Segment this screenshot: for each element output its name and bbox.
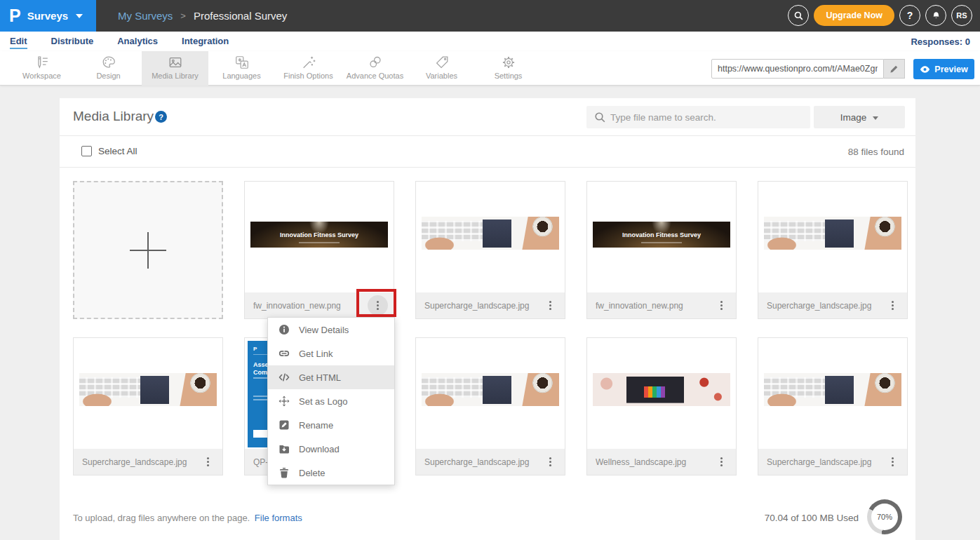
media-tile[interactable]: Supercharge_landscape.jpg (415, 337, 565, 475)
photo-thumbnail (593, 373, 730, 406)
tile-menu-button[interactable] (712, 297, 730, 315)
product-switcher[interactable]: P Surveys (0, 0, 96, 32)
tile-namebar: Supercharge_landscape.jpg (758, 449, 907, 475)
breadcrumb-my-surveys[interactable]: My Surveys (118, 10, 173, 22)
upload-hint-text: To upload, drag files anywhere on the pa… (73, 513, 250, 523)
media-library-help-icon[interactable]: ? (155, 111, 167, 123)
toolbar-item-variables[interactable]: Variables (408, 51, 475, 86)
edit-url-button[interactable] (884, 59, 905, 79)
variables-icon (434, 55, 450, 70)
file-formats-link[interactable]: File formats (255, 513, 302, 523)
menu-item-view-details[interactable]: View Details (268, 318, 394, 342)
files-found-count: 88 files found (848, 147, 904, 157)
avatar[interactable]: RS (951, 5, 972, 26)
toolbar-item-workspace[interactable]: Workspace (8, 51, 75, 86)
media-library-icon (168, 55, 183, 70)
file-name: Wellness_landscape.jpg (596, 457, 712, 467)
filter-value: Image (840, 112, 867, 123)
tile-menu-button[interactable] (883, 453, 901, 471)
media-grid: Innovation Fitness Survey fw_innovation_… (73, 181, 908, 475)
download-icon (278, 443, 290, 454)
file-type-filter[interactable]: Image (814, 106, 905, 128)
tile-menu-button[interactable] (712, 453, 730, 471)
photo-thumbnail (422, 217, 559, 250)
pencil-icon (890, 65, 899, 74)
nav-tab-integration[interactable]: Integration (182, 32, 229, 51)
chevron-down-icon (873, 116, 878, 120)
menu-item-set-as-logo[interactable]: Set as Logo (268, 389, 394, 413)
upgrade-now-button[interactable]: Upgrade Now (814, 5, 894, 26)
file-name: Supercharge_landscape.jpg (82, 457, 199, 467)
menu-item-get-html[interactable]: Get HTML (268, 365, 394, 389)
breadcrumb-chevron-icon: > (180, 11, 186, 21)
kebab-icon (720, 461, 723, 463)
tile-menu-button[interactable] (541, 297, 559, 315)
nav-tab-distribute[interactable]: Distribute (51, 32, 94, 51)
storage-used-label: 70.04 of 100 MB Used (765, 513, 859, 523)
media-tile[interactable]: Wellness_landscape.jpg (586, 337, 737, 475)
menu-item-get-link[interactable]: Get Link (268, 342, 394, 365)
media-tile[interactable]: Supercharge_landscape.jpg (758, 337, 908, 475)
code-icon (278, 372, 290, 383)
media-tile[interactable]: Supercharge_landscape.jpg (415, 181, 565, 319)
tile-menu-button[interactable] (883, 297, 901, 315)
file-name: fw_innovation_new.png (596, 301, 712, 311)
thumbnail-image (587, 338, 736, 449)
toolbar-label: Variables (426, 72, 457, 80)
media-library-panel: Media Library ? Image Select All 88 file… (60, 98, 915, 540)
menu-item-label: Get HTML (299, 372, 341, 383)
toolbar-item-languages[interactable]: Languages (208, 51, 275, 86)
menu-item-download[interactable]: Download (268, 437, 394, 461)
toolbar-label: Workspace (22, 72, 61, 80)
file-name: Supercharge_landscape.jpg (767, 301, 883, 311)
toolbar-item-design[interactable]: Design (75, 51, 142, 86)
thumbnail-image (758, 338, 907, 449)
photo-thumbnail (764, 373, 901, 406)
chevron-down-icon (76, 14, 83, 18)
notifications-button[interactable] (925, 5, 946, 26)
tile-namebar: Wellness_landscape.jpg (587, 449, 736, 475)
menu-item-delete[interactable]: Delete (268, 461, 394, 485)
info-icon (278, 324, 290, 335)
add-media-tile[interactable] (73, 181, 223, 319)
advance-quotas-icon (368, 55, 383, 70)
help-button[interactable]: ? (899, 5, 920, 26)
file-search-input[interactable] (586, 106, 810, 128)
rename-icon (278, 419, 290, 431)
media-tile[interactable]: Innovation Fitness Survey fw_innovation_… (586, 181, 737, 319)
select-all-checkbox[interactable] (81, 146, 92, 156)
breadcrumb: My Surveys > Professional Survey (118, 0, 287, 32)
design-icon (101, 55, 116, 70)
toolbar-item-advance-quotas[interactable]: Advance Quotas (342, 51, 408, 86)
toolbar-item-media-library[interactable]: Media Library (142, 51, 208, 86)
survey-url-input[interactable] (711, 59, 884, 79)
photo-thumbnail (422, 373, 559, 406)
kebab-icon (207, 461, 209, 463)
survey-url-group (711, 59, 905, 79)
media-tile[interactable]: Supercharge_landscape.jpg (758, 181, 908, 319)
toolbar-label: Media Library (152, 72, 199, 80)
tile-namebar: Supercharge_landscape.jpg (758, 292, 907, 318)
tile-namebar: Supercharge_landscape.jpg (74, 449, 222, 475)
nav-tab-edit[interactable]: Edit (10, 32, 27, 51)
toolbar-items: Workspace Design Media Library Languages… (8, 51, 542, 86)
menu-item-rename[interactable]: Rename (268, 413, 394, 437)
preview-button[interactable]: Preview (913, 59, 974, 79)
tile-menu-button[interactable] (199, 453, 217, 471)
toolbar-item-settings[interactable]: Settings (475, 51, 542, 86)
menu-item-label: Rename (299, 420, 333, 431)
tile-menu-button[interactable] (541, 453, 559, 471)
nav-tab-analytics[interactable]: Analytics (117, 32, 158, 51)
move-icon (278, 396, 290, 407)
toolbar-item-finish-options[interactable]: Finish Options (275, 51, 342, 86)
tile-context-menu: View Details Get Link Get HTML Set as Lo… (267, 317, 395, 485)
settings-icon (501, 55, 516, 70)
breadcrumb-current-survey: Professional Survey (194, 10, 287, 22)
media-tile[interactable]: Supercharge_landscape.jpg (73, 337, 223, 475)
thumbnail-image (74, 338, 222, 449)
search-button[interactable] (788, 5, 809, 26)
topbar: P Surveys My Surveys > Professional Surv… (0, 0, 980, 32)
responses-count: Responses: 0 (911, 36, 980, 47)
questionpro-logo: P (9, 7, 21, 25)
trash-icon (278, 467, 290, 478)
